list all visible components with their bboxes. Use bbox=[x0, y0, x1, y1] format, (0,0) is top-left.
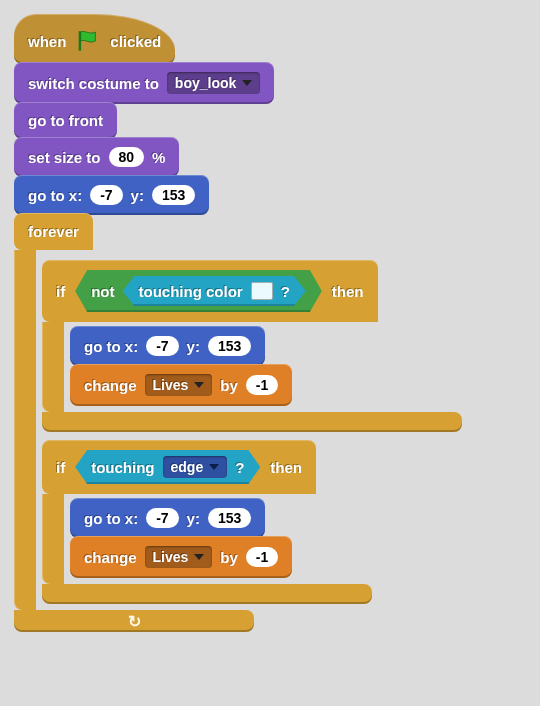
label-change2-b: by bbox=[220, 549, 238, 566]
dropdown-arrow-icon bbox=[194, 554, 204, 560]
goto1-y-input[interactable]: 153 bbox=[152, 185, 195, 205]
label-goto3-x: go to x: bbox=[84, 510, 138, 527]
block-go-to-front[interactable]: go to front bbox=[14, 102, 117, 139]
hat-when-flag-clicked[interactable]: when clicked bbox=[14, 14, 175, 64]
label-touching-color-b: ? bbox=[281, 283, 290, 300]
block-if-2[interactable]: if touching edge ? then bbox=[42, 440, 372, 604]
touching-dropdown[interactable]: edge bbox=[163, 456, 228, 478]
label-if1: if bbox=[56, 283, 65, 300]
label-change1-a: change bbox=[84, 377, 137, 394]
green-flag-icon bbox=[74, 28, 102, 54]
sensing-touching[interactable]: touching edge ? bbox=[75, 450, 260, 484]
label-then1: then bbox=[332, 283, 364, 300]
if1-header: if not touching color ? then bbox=[42, 260, 378, 322]
goto2-x-input[interactable]: -7 bbox=[146, 336, 178, 356]
block-if-1[interactable]: if not touching color ? then bbox=[42, 260, 462, 432]
block-forever[interactable]: forever if not touching color ? bbox=[14, 213, 462, 632]
label-touching-b: ? bbox=[235, 459, 244, 476]
forever-left-bar bbox=[14, 250, 36, 610]
dropdown-arrow-icon bbox=[194, 382, 204, 388]
label-touching-a: touching bbox=[91, 459, 154, 476]
change2-val-input[interactable]: -1 bbox=[246, 547, 278, 567]
label-goto2-y: y: bbox=[187, 338, 200, 355]
label-then2: then bbox=[270, 459, 302, 476]
script-stack: when clicked switch costume to boy_look … bbox=[14, 14, 526, 632]
label-go-to-front: go to front bbox=[28, 112, 103, 129]
goto1-x-input[interactable]: -7 bbox=[90, 185, 122, 205]
var-dropdown2-value: Lives bbox=[153, 549, 189, 565]
label-change1-b: by bbox=[220, 377, 238, 394]
label-touching-color-a: touching color bbox=[139, 283, 243, 300]
forever-header: forever bbox=[14, 213, 93, 250]
var-dropdown-2[interactable]: Lives bbox=[145, 546, 213, 568]
block-change-lives-1[interactable]: change Lives by -1 bbox=[70, 364, 292, 406]
block-change-lives-2[interactable]: change Lives by -1 bbox=[70, 536, 292, 578]
label-goto-y: y: bbox=[131, 187, 144, 204]
dropdown-arrow-icon bbox=[242, 80, 252, 86]
color-swatch[interactable] bbox=[251, 282, 273, 300]
goto3-y-input[interactable]: 153 bbox=[208, 508, 251, 528]
forever-body: if not touching color ? then bbox=[36, 250, 462, 610]
forever-footer: ↻ bbox=[14, 610, 254, 632]
costume-dropdown-value: boy_look bbox=[175, 75, 236, 91]
label-when: when bbox=[28, 33, 66, 50]
goto2-y-input[interactable]: 153 bbox=[208, 336, 251, 356]
label-not: not bbox=[91, 283, 114, 300]
block-goto-3[interactable]: go to x: -7 y: 153 bbox=[70, 498, 265, 538]
var-dropdown1-value: Lives bbox=[153, 377, 189, 393]
if1-left-bar bbox=[42, 322, 64, 412]
label-forever: forever bbox=[28, 223, 79, 240]
if1-footer bbox=[42, 412, 462, 432]
if1-body: go to x: -7 y: 153 change Lives bbox=[64, 322, 292, 412]
block-goto-2[interactable]: go to x: -7 y: 153 bbox=[70, 326, 265, 366]
label-change2-a: change bbox=[84, 549, 137, 566]
change1-val-input[interactable]: -1 bbox=[246, 375, 278, 395]
label-if2: if bbox=[56, 459, 65, 476]
sensing-touching-color[interactable]: touching color ? bbox=[123, 276, 306, 306]
label-set-size-b: % bbox=[152, 149, 165, 166]
costume-dropdown[interactable]: boy_look bbox=[167, 72, 260, 94]
label-goto-x: go to x: bbox=[28, 187, 82, 204]
label-goto2-x: go to x: bbox=[84, 338, 138, 355]
var-dropdown-1[interactable]: Lives bbox=[145, 374, 213, 396]
block-set-size[interactable]: set size to 80 % bbox=[14, 137, 179, 177]
block-goto-1[interactable]: go to x: -7 y: 153 bbox=[14, 175, 209, 215]
if2-body: go to x: -7 y: 153 change Lives bbox=[64, 494, 292, 584]
label-clicked: clicked bbox=[110, 33, 161, 50]
block-switch-costume[interactable]: switch costume to boy_look bbox=[14, 62, 274, 104]
if2-left-bar bbox=[42, 494, 64, 584]
label-set-size-a: set size to bbox=[28, 149, 101, 166]
loop-arrow-icon: ↻ bbox=[128, 612, 141, 631]
touching-dropdown-value: edge bbox=[171, 459, 204, 475]
goto3-x-input[interactable]: -7 bbox=[146, 508, 178, 528]
operator-not[interactable]: not touching color ? bbox=[75, 270, 322, 312]
if2-footer bbox=[42, 584, 372, 604]
label-switch-costume: switch costume to bbox=[28, 75, 159, 92]
size-input[interactable]: 80 bbox=[109, 147, 145, 167]
dropdown-arrow-icon bbox=[209, 464, 219, 470]
if2-header: if touching edge ? then bbox=[42, 440, 316, 494]
label-goto3-y: y: bbox=[187, 510, 200, 527]
